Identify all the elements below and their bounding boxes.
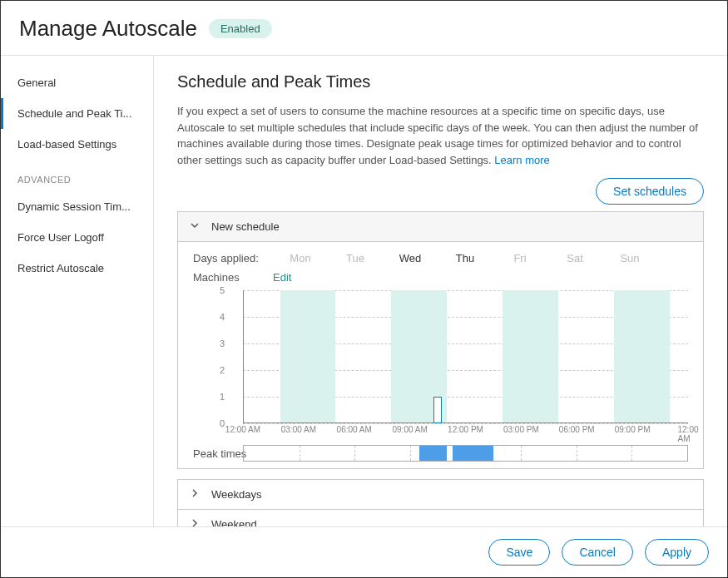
- set-schedules-row: Set schedules: [177, 178, 704, 205]
- y-tick: 4: [220, 312, 225, 322]
- sidebar-item-load-based-settings[interactable]: Load-based Settings: [1, 129, 153, 160]
- x-tick: 09:00 PM: [615, 425, 651, 434]
- chevron-right-icon: [190, 488, 203, 501]
- schedule-panel-title: New schedule: [211, 220, 280, 233]
- y-tick: 3: [220, 338, 225, 348]
- days-applied-row: Days applied: Mon Tue Wed Thu Fri Sat Su…: [193, 252, 688, 264]
- y-tick: 5: [220, 285, 225, 295]
- schedule-panel-header-weekdays[interactable]: Weekdays: [177, 479, 704, 510]
- peak-segment[interactable]: [419, 446, 447, 461]
- sidebar-item-restrict-autoscale[interactable]: Restrict Autoscale: [1, 253, 153, 284]
- day-tue: Tue: [328, 252, 383, 264]
- x-tick: 12:00 AM: [225, 425, 260, 434]
- enabled-badge: Enabled: [209, 19, 272, 38]
- day-mon: Mon: [273, 252, 328, 264]
- peak-times-track[interactable]: [243, 445, 688, 462]
- machines-chart: 012345: [243, 290, 688, 423]
- schedule-panel-title: Weekdays: [211, 488, 261, 501]
- peak-times-row: Peak times: [193, 445, 688, 462]
- schedule-panel-body: Days applied: Mon Tue Wed Thu Fri Sat Su…: [177, 242, 704, 469]
- x-tick: 03:00 AM: [281, 425, 316, 434]
- day-sat: Sat: [547, 252, 602, 264]
- main-content: Schedule and Peak Times If you expect a …: [154, 56, 727, 526]
- x-tick: 03:00 PM: [503, 425, 539, 434]
- chevron-down-icon: [190, 220, 203, 233]
- x-tick: 06:00 PM: [559, 425, 595, 434]
- set-schedules-button[interactable]: Set schedules: [596, 178, 704, 205]
- schedule-panel-header-new[interactable]: New schedule: [177, 211, 704, 242]
- sidebar-item-general[interactable]: General: [1, 67, 153, 98]
- x-tick: 12:00 AM: [677, 425, 698, 443]
- page-title: Schedule and Peak Times: [177, 72, 704, 91]
- page-header-title: Manage Autoscale: [19, 16, 197, 42]
- sidebar-item-dynamic-session-timeout[interactable]: Dynamic Session Tim...: [1, 191, 153, 222]
- schedule-panel-header-weekend[interactable]: Weekend: [177, 510, 704, 526]
- machines-row: Machines Edit: [193, 271, 688, 284]
- page-description-text: If you expect a set of users to consume …: [177, 105, 698, 166]
- machines-edit-link[interactable]: Edit: [273, 271, 291, 284]
- chart-x-axis: 12:00 AM03:00 AM06:00 AM09:00 AM12:00 PM…: [243, 425, 688, 440]
- sidebar-heading-advanced: ADVANCED: [1, 160, 153, 191]
- header: Manage Autoscale Enabled: [1, 1, 727, 56]
- y-tick: 0: [220, 418, 225, 428]
- chart-bar: [433, 397, 442, 423]
- cancel-button[interactable]: Cancel: [562, 539, 633, 566]
- day-sun: Sun: [602, 252, 657, 264]
- y-tick: 2: [220, 365, 225, 375]
- sidebar-item-schedule-peak-times[interactable]: Schedule and Peak Ti...: [1, 98, 153, 129]
- y-tick: 1: [220, 392, 225, 402]
- peak-segment[interactable]: [453, 446, 493, 461]
- learn-more-link[interactable]: Learn more: [494, 154, 549, 166]
- footer: Save Cancel Apply: [1, 526, 727, 577]
- x-tick: 06:00 AM: [337, 425, 372, 434]
- save-button[interactable]: Save: [488, 539, 550, 566]
- body: General Schedule and Peak Ti... Load-bas…: [1, 56, 727, 526]
- day-wed: Wed: [383, 252, 438, 264]
- chevron-right-icon: [190, 518, 203, 526]
- x-tick: 12:00 PM: [448, 425, 483, 434]
- schedule-panel-title: Weekend: [211, 518, 257, 526]
- sidebar: General Schedule and Peak Ti... Load-bas…: [1, 56, 154, 526]
- day-fri: Fri: [493, 252, 547, 264]
- sidebar-item-force-user-logoff[interactable]: Force User Logoff: [1, 222, 153, 253]
- machines-label: Machines: [193, 271, 273, 284]
- apply-button[interactable]: Apply: [645, 539, 709, 566]
- days-applied-label: Days applied:: [193, 252, 273, 264]
- page-description: If you expect a set of users to consume …: [177, 103, 704, 168]
- day-thu: Thu: [438, 252, 493, 264]
- x-tick: 09:00 AM: [392, 425, 427, 434]
